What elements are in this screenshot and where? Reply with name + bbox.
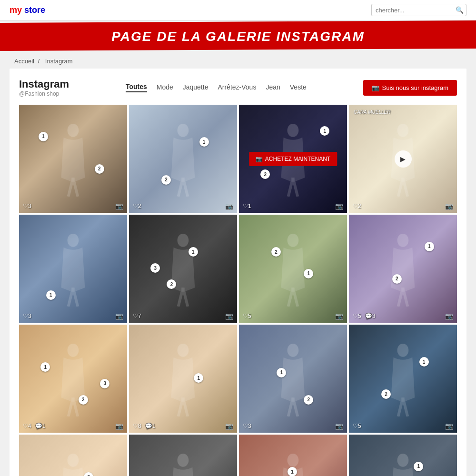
photo-background [349, 215, 457, 323]
photo-background [129, 435, 237, 476]
svg-point-9 [397, 124, 409, 137]
tag-badge[interactable]: 2 [161, 175, 171, 185]
photo-stats: ♡5💬3 [353, 313, 375, 319]
buy-now-button[interactable]: 📷 ACHETEZ MAINTENANT [249, 152, 337, 166]
filter-tab-toutes[interactable]: Toutes [126, 83, 147, 92]
photo-item[interactable]: 12♡8💬4📷 [19, 435, 127, 476]
photo-stats: ♡8💬1 [133, 423, 155, 429]
comment-count: 💬1 [35, 423, 46, 429]
like-count: ♡7 [133, 313, 141, 319]
photo-item[interactable]: CARA MUELLER▶♡2📷 [349, 105, 457, 213]
svg-point-39 [178, 454, 189, 467]
photo-item[interactable]: 123♡7📷 [129, 215, 237, 323]
photo-label: CARA MUELLER [354, 109, 390, 115]
gallery-title-text: Instagram [19, 78, 69, 90]
photo-overlay: ♡3📷 [19, 199, 127, 213]
instagram-photo-icon: 📷 [115, 312, 123, 320]
tag-badge[interactable]: 1 [39, 132, 48, 141]
photo-item[interactable]: 12📷 ACHETEZ MAINTENANT♡1📷 [239, 105, 347, 213]
filter-tab-mode[interactable]: Mode [157, 83, 173, 92]
tag-badge[interactable]: 2 [79, 395, 88, 405]
svg-point-45 [397, 454, 409, 467]
photo-stats: ♡4💬1 [23, 423, 45, 429]
photo-item[interactable]: 123♡4💬1📷 [19, 325, 127, 433]
filter-tab-jean[interactable]: Jean [266, 83, 280, 92]
photo-background [19, 435, 127, 476]
photo-item[interactable]: 1♡3📷 [19, 215, 127, 323]
search-input[interactable] [376, 7, 456, 14]
search-bar: 🔍 [371, 4, 466, 16]
gallery-header: Instagram @Fashion shop Toutes Mode Jaqu… [19, 78, 457, 97]
photo-stats: ♡1 [243, 203, 251, 209]
svg-point-42 [288, 454, 299, 467]
filter-tabs: Toutes Mode Jaquette Arrêtez-Vous Jean V… [126, 83, 307, 92]
tag-badge[interactable]: 1 [188, 247, 198, 257]
photo-stats: ♡2 [133, 203, 141, 209]
photo-background [349, 435, 457, 476]
photo-item[interactable]: 12♡5📷 [239, 215, 347, 323]
search-icon[interactable]: 🔍 [456, 6, 464, 14]
photo-background [239, 215, 347, 323]
instagram-photo-icon: 📷 [225, 312, 233, 320]
photo-item[interactable]: 12♡3📷 [129, 435, 237, 476]
breadcrumb-separator: / [38, 58, 40, 65]
photo-grid: 12♡3📷 12♡2📷 12📷 ACHETEZ MAINTENANT♡1📷 CA… [19, 105, 457, 476]
instagram-photo-icon: 📷 [115, 202, 123, 210]
tag-badge[interactable]: 2 [392, 274, 402, 284]
photo-background [349, 325, 457, 433]
photo-overlay: ♡3📷 [19, 309, 127, 323]
photo-overlay: ♡2📷 [129, 199, 237, 213]
svg-point-3 [178, 124, 189, 137]
tag-badge[interactable]: 1 [288, 467, 297, 476]
svg-point-24 [68, 344, 79, 357]
breadcrumb: Accueil / Instagram [0, 54, 476, 69]
photo-background [239, 325, 347, 433]
tag-badge[interactable]: 2 [95, 164, 104, 174]
gallery-title: Instagram @Fashion shop [19, 78, 69, 97]
site-logo[interactable]: my store [10, 5, 45, 15]
tag-badge[interactable]: 1 [419, 357, 429, 367]
photo-overlay: ♡2📷 [349, 199, 457, 213]
filter-tab-arretez[interactable]: Arrêtez-Vous [218, 83, 256, 92]
photo-item[interactable]: 12♡3📷 [239, 325, 347, 433]
photo-item[interactable]: 1♡8💬1📷 [129, 325, 237, 433]
follow-instagram-button[interactable]: 📷 Suis nous sur instagram [363, 80, 457, 96]
comment-count: 💬3 [365, 313, 376, 319]
photo-item[interactable]: 1234♡6📷 [239, 435, 347, 476]
breadcrumb-home[interactable]: Accueil [14, 58, 34, 65]
instagram-photo-icon: 📷 [225, 202, 233, 210]
photo-overlay: ♡5💬3📷 [349, 309, 457, 323]
photo-overlay: ♡5📷 [349, 419, 457, 433]
photo-background [129, 105, 237, 213]
like-count: ♡5 [243, 313, 251, 319]
tag-badge[interactable]: 1 [304, 269, 313, 278]
svg-point-27 [178, 344, 189, 357]
tag-badge[interactable]: 2 [304, 395, 313, 405]
photo-item[interactable]: 12♡5💬3📷 [349, 215, 457, 323]
tag-badge[interactable]: 1 [46, 290, 56, 300]
filter-tab-veste[interactable]: Veste [290, 83, 307, 92]
breadcrumb-current: Instagram [45, 58, 73, 65]
tag-badge[interactable]: 1 [414, 462, 423, 471]
like-count: ♡2 [353, 203, 361, 209]
photo-item[interactable]: 12♡5📷 [349, 325, 457, 433]
play-icon[interactable]: ▶ [395, 150, 412, 168]
tag-badge[interactable]: 3 [100, 379, 109, 388]
tag-badge[interactable]: 1 [199, 137, 209, 147]
instagram-photo-icon: 📷 [335, 312, 343, 320]
svg-point-18 [288, 234, 299, 247]
photo-item[interactable]: 12♡3📷 [19, 105, 127, 213]
photo-item[interactable]: 12♡2📷 [129, 105, 237, 213]
photo-stats: ♡5 [243, 313, 251, 319]
page-banner: PAGE DE LA GALERIE INSTAGRAM [0, 20, 476, 51]
tag-badge[interactable]: 1 [425, 242, 434, 251]
instagram-photo-icon: 📷 [115, 422, 123, 430]
instagram-small-icon: 📷 [256, 156, 263, 162]
photo-item[interactable]: 1234♡8💬3📷 [349, 435, 457, 476]
like-count: ♡5 [353, 423, 361, 429]
instagram-photo-icon: 📷 [335, 202, 343, 210]
svg-point-0 [68, 124, 79, 137]
filter-tab-jaquette[interactable]: Jaquette [183, 83, 208, 92]
site-header: my store 🔍 [0, 0, 476, 20]
svg-point-36 [68, 454, 79, 467]
